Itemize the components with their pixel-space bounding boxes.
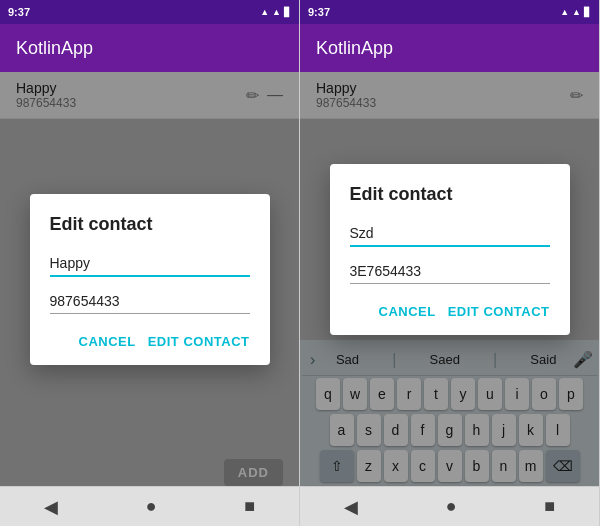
content-right: Happy 987654433 ✏ Edit contact CANCEL ED… bbox=[300, 72, 599, 486]
nav-bar-left: ◀ ● ■ bbox=[0, 486, 299, 526]
cancel-button-left[interactable]: CANCEL bbox=[79, 334, 136, 349]
status-bar-left: 9:37 ▲ ▲ ▊ bbox=[0, 0, 299, 24]
content-left: Happy 987654433 ✏ — Edit contact CANCEL … bbox=[0, 72, 299, 486]
battery-icon: ▊ bbox=[284, 7, 291, 17]
cancel-button-right[interactable]: CANCEL bbox=[379, 304, 436, 319]
app-bar-right: KotlinApp bbox=[300, 24, 599, 72]
edit-contact-dialog-left: Edit contact CANCEL EDIT CONTACT bbox=[30, 194, 270, 365]
signal-icon: ▲ bbox=[260, 7, 269, 17]
status-icons-right: ▲ ▲ ▊ bbox=[560, 7, 591, 17]
wifi-icon: ▲ bbox=[272, 7, 281, 17]
edit-contact-button-left[interactable]: EDIT CONTACT bbox=[148, 334, 250, 349]
signal-icon-right: ▲ bbox=[560, 7, 569, 17]
app-bar-left: KotlinApp bbox=[0, 24, 299, 72]
dialog-title-right: Edit contact bbox=[350, 184, 550, 205]
app-title-left: KotlinApp bbox=[16, 38, 93, 59]
left-screen: 9:37 ▲ ▲ ▊ KotlinApp Happy 987654433 ✏ —… bbox=[0, 0, 300, 526]
name-input-right[interactable] bbox=[350, 221, 550, 247]
back-nav-left[interactable]: ◀ bbox=[44, 496, 58, 518]
edit-contact-button-right[interactable]: EDIT CONTACT bbox=[448, 304, 550, 319]
name-input-left[interactable] bbox=[50, 251, 250, 277]
dialog-actions-right: CANCEL EDIT CONTACT bbox=[350, 304, 550, 319]
wifi-icon-right: ▲ bbox=[572, 7, 581, 17]
recents-nav-right[interactable]: ■ bbox=[544, 496, 555, 517]
right-screen: 9:37 ▲ ▲ ▊ KotlinApp Happy 987654433 ✏ E… bbox=[300, 0, 600, 526]
battery-icon-right: ▊ bbox=[584, 7, 591, 17]
dialog-actions-left: CANCEL EDIT CONTACT bbox=[50, 334, 250, 349]
dialog-overlay-left: Edit contact CANCEL EDIT CONTACT bbox=[0, 72, 299, 486]
status-icons-left: ▲ ▲ ▊ bbox=[260, 7, 291, 17]
status-time-left: 9:37 bbox=[8, 6, 30, 18]
dialog-title-left: Edit contact bbox=[50, 214, 250, 235]
status-bar-right: 9:37 ▲ ▲ ▊ bbox=[300, 0, 599, 24]
edit-contact-dialog-right: Edit contact CANCEL EDIT CONTACT bbox=[330, 164, 570, 335]
status-time-right: 9:37 bbox=[308, 6, 330, 18]
dialog-overlay-right: Edit contact CANCEL EDIT CONTACT bbox=[300, 72, 599, 486]
nav-bar-right: ◀ ● ■ bbox=[300, 486, 599, 526]
phone-input-right[interactable] bbox=[350, 259, 550, 284]
home-nav-left[interactable]: ● bbox=[146, 496, 157, 517]
back-nav-right[interactable]: ◀ bbox=[344, 496, 358, 518]
app-title-right: KotlinApp bbox=[316, 38, 393, 59]
recents-nav-left[interactable]: ■ bbox=[244, 496, 255, 517]
home-nav-right[interactable]: ● bbox=[446, 496, 457, 517]
phone-input-left[interactable] bbox=[50, 289, 250, 314]
